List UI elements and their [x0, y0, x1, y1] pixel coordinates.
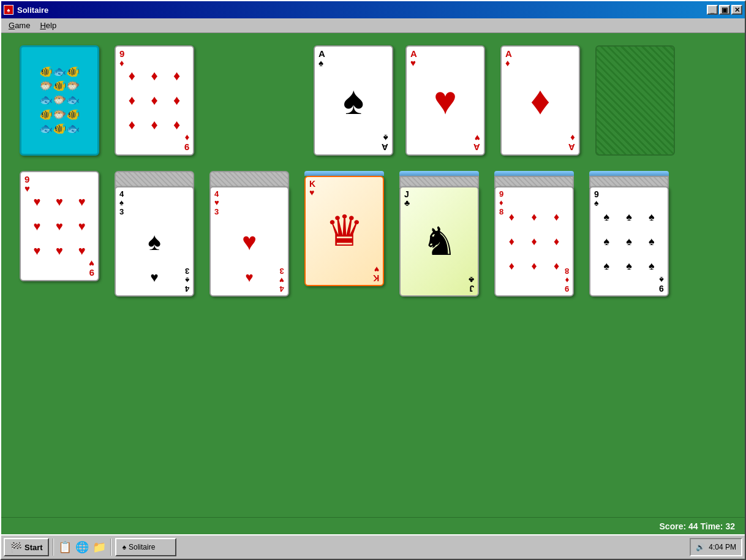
tab6-rank-bottom: 9♦8: [565, 267, 569, 293]
start-button[interactable]: 🏁 Start: [4, 538, 49, 556]
taskbar: 🏁 Start 📋 🌐 📁 ♠ Solitaire 🔊 4:04 PM: [1, 534, 745, 559]
waste-pile[interactable]: 9♦ ♦♦♦ ♦♦♦ ♦♦♦ 9♦: [115, 45, 194, 156]
tab7-pips: ♠♠♠ ♠♠♠ ♠♠♠: [595, 205, 663, 278]
tab6-pips: ♦♦♦ ♦♦♦ ♦♦♦: [500, 205, 568, 278]
title-buttons: _ ▣ ✕: [707, 5, 742, 15]
tab5-rank-bottom: J♣: [469, 276, 474, 293]
tab7-blue-header: [589, 171, 669, 176]
stock-pile[interactable]: 🐠🐟🐠🐡🐠🐡🐟🐡🐟🐠🐡🐠🐟🐠🐟: [20, 45, 99, 156]
tableau-2[interactable]: 4♠3 ♠ 4♠3 ♥: [115, 186, 194, 297]
taskbar-app-label: Solitaire: [129, 543, 155, 551]
foundation-3-rank-bottom: A♦: [568, 134, 575, 152]
foundation-1[interactable]: A♠ ♠ A♠: [314, 45, 393, 156]
foundation-2-rank-top: A♥: [410, 49, 417, 67]
tab2-center-spade: ♠: [148, 228, 160, 255]
start-label: Start: [24, 543, 43, 552]
tab1-pips: ♥♥♥ ♥♥♥ ♥♥♥: [26, 189, 93, 263]
taskbar-separator-1: [53, 539, 54, 556]
taskbar-app-icon: ♠: [122, 543, 126, 551]
score-text: Score: 44 Time: 32: [660, 521, 735, 531]
taskbar-right: 🔊 4:04 PM: [690, 538, 742, 556]
tab4-blue-header: [304, 171, 384, 176]
tab4-king-symbol: ♛: [325, 210, 364, 252]
window-icon: ♠: [4, 5, 13, 15]
foundation-2[interactable]: A♥ ♥ A♥: [405, 45, 485, 156]
tab3-center-heart: ♥: [242, 228, 257, 255]
tab5-blue-header: [399, 171, 479, 176]
menu-help[interactable]: Help: [35, 20, 61, 31]
window-title: Solitaire: [17, 6, 48, 15]
tab2-rank-top: 4♠3: [119, 190, 124, 216]
main-window: ♠ Solitaire _ ▣ ✕ Game Help 🐠🐟🐠🐡🐠🐡🐟🐡🐟🐠🐡🐠…: [0, 0, 746, 560]
close-button[interactable]: ✕: [731, 5, 742, 15]
tab1-rank-bottom: 9♥: [89, 259, 94, 278]
tab3-rank-top: 4♥3: [214, 190, 219, 216]
tab5-jack-symbol: ♞: [422, 222, 457, 261]
foundation-3[interactable]: A♦ ♦ A♦: [500, 45, 580, 156]
foundation-1-suit: ♠: [343, 81, 364, 120]
tab4-rank-top: K♥: [309, 180, 315, 197]
foundation-3-rank-top: A♦: [505, 49, 512, 67]
tableau-3[interactable]: 4♥3 ♥ 4♥3 ♥: [209, 186, 289, 297]
menu-bar: Game Help: [1, 18, 745, 33]
waste-rank-bottom: 9♦: [184, 134, 189, 152]
tray-volume-icon: 🔊: [696, 543, 705, 551]
title-bar: ♠ Solitaire _ ▣ ✕: [1, 1, 745, 18]
score-bar: Score: 44 Time: 32: [1, 517, 745, 534]
stock-card-back: 🐠🐟🐠🐡🐠🐡🐟🐡🐟🐠🐡🐠🐟🐠🐟: [37, 62, 82, 139]
foundation-2-rank-bottom: A♥: [473, 134, 480, 152]
tableau-4-king[interactable]: K♥ ♛ K♥: [304, 176, 384, 286]
foundation-1-rank-bottom: A♠: [382, 134, 388, 152]
tab6-blue-header: [494, 171, 574, 176]
taskbar-solitaire-btn[interactable]: ♠ Solitaire: [115, 538, 176, 556]
taskbar-icon-2[interactable]: 🌐: [75, 540, 89, 554]
foundation-4[interactable]: [595, 45, 675, 156]
game-area: 🐠🐟🐠🐡🐠🐡🐟🐡🐟🐠🐡🐠🐟🐠🐟 9♦ ♦♦♦ ♦♦♦ ♦♦♦ 9♦ A♠ ♠ A…: [1, 33, 745, 517]
title-bar-left: ♠ Solitaire: [4, 5, 48, 15]
system-tray: 🔊 4:04 PM: [690, 538, 742, 556]
tab7-rank-bottom: 9♠: [659, 276, 664, 293]
taskbar-separator-2: [110, 539, 111, 556]
foundation-1-rank-top: A♠: [318, 49, 325, 67]
tableau-5-jack[interactable]: J♣ ♞ J♣: [399, 186, 479, 297]
tableau-6[interactable]: 9♦8 ♦♦♦ ♦♦♦ ♦♦♦ 9♦8: [494, 186, 574, 297]
tab4-rank-bottom: K♥: [373, 265, 379, 282]
taskbar-icon-3[interactable]: 📁: [92, 540, 107, 554]
start-flag-icon: 🏁: [10, 542, 22, 553]
tableau-1[interactable]: 9♥ ♥♥♥ ♥♥♥ ♥♥♥ 9♥: [20, 171, 99, 281]
menu-game[interactable]: Game: [4, 20, 35, 31]
taskbar-icon-1[interactable]: 📋: [58, 540, 72, 554]
tray-time: 4:04 PM: [709, 543, 736, 551]
minimize-button[interactable]: _: [707, 5, 718, 15]
tab5-rank-top: J♣: [404, 190, 410, 207]
maximize-button[interactable]: ▣: [719, 5, 730, 15]
tableau-7[interactable]: 9♠ ♠♠♠ ♠♠♠ ♠♠♠ 9♠: [589, 186, 669, 297]
foundation-2-suit: ♥: [434, 81, 457, 120]
taskbar-quick-launch: 📋 🌐 📁: [58, 540, 107, 554]
foundation-3-suit: ♦: [530, 81, 551, 120]
